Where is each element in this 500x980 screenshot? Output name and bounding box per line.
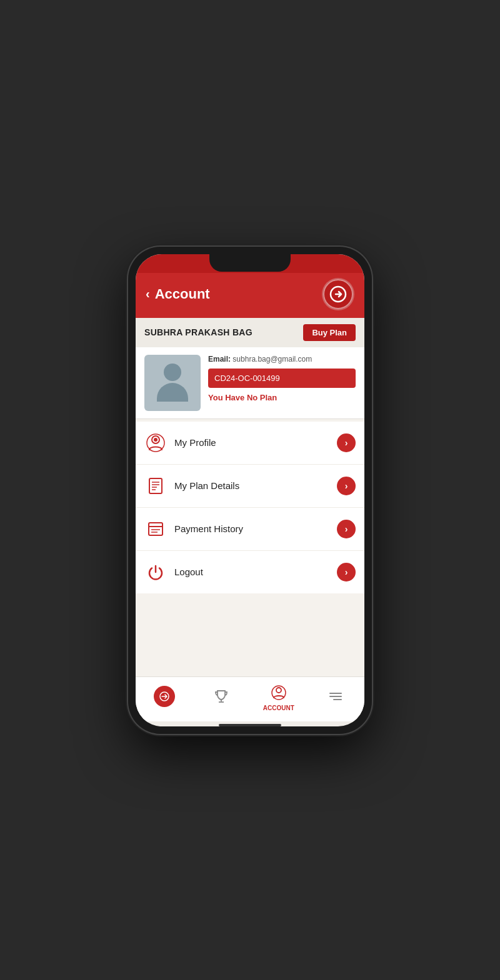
bottom-nav: ACCOUNT	[136, 676, 364, 721]
account-icon	[271, 685, 286, 700]
power-svg	[146, 563, 165, 582]
avatar	[144, 355, 201, 411]
svg-point-2	[154, 438, 158, 442]
email-value: subhra.bag@gmail.com	[232, 355, 312, 364]
payment-svg	[146, 520, 165, 538]
profile-icon	[144, 432, 167, 454]
my-profile-label: My Profile	[174, 437, 337, 448]
svg-rect-9	[149, 523, 162, 535]
hamburger-icon	[328, 689, 343, 704]
my-plan-label: My Plan Details	[174, 480, 337, 491]
logout-label: Logout	[174, 567, 337, 577]
power-icon	[144, 561, 167, 583]
nav-item-account[interactable]: ACCOUNT	[260, 682, 298, 711]
profile-svg	[146, 433, 165, 452]
trophy-nav-icon	[211, 686, 232, 707]
plan-status: You Have No Plan	[208, 393, 356, 402]
avatar-body	[157, 383, 188, 402]
plan-icon	[144, 475, 167, 497]
user-profile-card: Email: subhra.bag@gmail.com CD24-OC-0014…	[136, 347, 364, 419]
buy-plan-button[interactable]: Buy Plan	[303, 324, 356, 341]
avatar-icon	[157, 364, 188, 402]
payment-history-arrow: ›	[337, 520, 356, 538]
email-label: Email:	[208, 355, 231, 364]
menu-nav-icon	[325, 686, 346, 707]
trophy-icon	[214, 689, 229, 704]
logo-icon	[329, 285, 347, 303]
svg-point-0	[331, 287, 346, 302]
my-profile-arrow: ›	[337, 433, 356, 452]
account-nav-label: ACCOUNT	[263, 705, 294, 711]
payment-icon	[144, 518, 167, 540]
empty-space	[136, 593, 364, 676]
app-header: ‹ Account	[136, 273, 364, 318]
menu-list: My Profile › My Plan Details	[136, 422, 364, 593]
menu-item-payment-history[interactable]: Payment History ›	[136, 508, 364, 551]
home-icon	[159, 691, 170, 702]
back-button[interactable]: ‹	[146, 287, 150, 301]
user-details: Email: subhra.bag@gmail.com CD24-OC-0014…	[208, 355, 356, 402]
menu-item-my-profile[interactable]: My Profile ›	[136, 422, 364, 465]
header-logo[interactable]	[322, 278, 354, 310]
nav-item-menu[interactable]	[317, 686, 354, 707]
header-left: ‹ Account	[146, 286, 210, 302]
plan-svg	[146, 477, 165, 495]
menu-item-logout[interactable]: Logout ›	[136, 551, 364, 593]
email-line: Email: subhra.bag@gmail.com	[208, 355, 356, 364]
my-plan-arrow: ›	[337, 477, 356, 495]
avatar-head	[164, 364, 181, 381]
menu-item-my-plan-details[interactable]: My Plan Details ›	[136, 465, 364, 508]
svg-point-16	[276, 688, 281, 693]
nav-item-home[interactable]	[146, 686, 183, 707]
page-title: Account	[155, 286, 210, 302]
logout-arrow: ›	[337, 563, 356, 582]
phone-screen: ‹ Account SUBHRA PRAKASH BAG Buy Plan	[136, 254, 364, 726]
nav-item-trophy[interactable]	[202, 686, 240, 707]
phone-frame: ‹ Account SUBHRA PRAKASH BAG Buy Plan	[128, 247, 372, 734]
content-area: SUBHRA PRAKASH BAG Buy Plan Email: subhr…	[136, 318, 364, 676]
account-nav-icon	[268, 682, 289, 703]
user-id-badge: CD24-OC-001499	[208, 369, 356, 388]
home-nav-icon	[154, 686, 175, 707]
svg-rect-4	[149, 478, 162, 493]
user-info-header: SUBHRA PRAKASH BAG Buy Plan	[136, 318, 364, 347]
user-name: SUBHRA PRAKASH BAG	[144, 327, 252, 337]
payment-history-label: Payment History	[174, 523, 337, 534]
notch	[209, 254, 291, 272]
home-indicator	[219, 724, 281, 726]
